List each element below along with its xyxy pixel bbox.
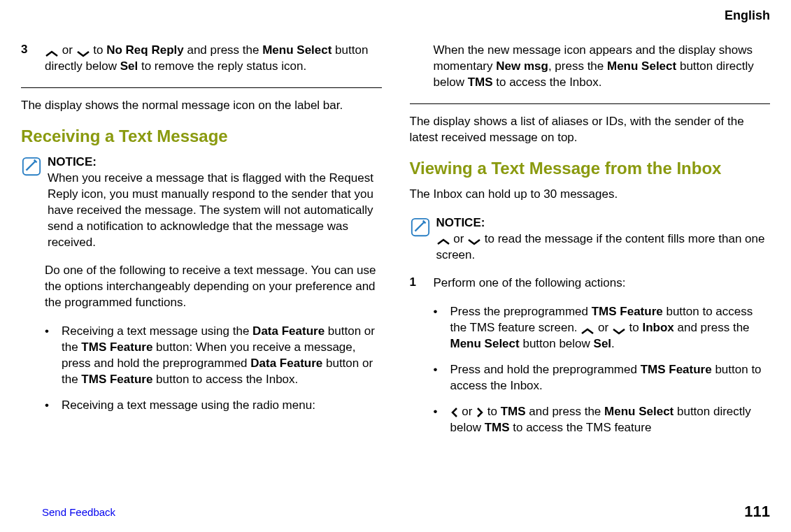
text: or — [594, 321, 612, 334]
text: to — [90, 43, 107, 57]
label-noreqreply: No Req Reply — [106, 43, 184, 57]
label-tms: TMS — [468, 76, 493, 89]
chevron-up-icon — [45, 47, 59, 55]
notice-block: NOTICE: or to read the message if the co… — [410, 215, 771, 264]
chevron-right-icon — [476, 407, 484, 418]
chevron-up-icon — [580, 324, 594, 333]
text: Press the preprogrammed — [450, 305, 592, 318]
label-menu-select: Menu Select — [604, 405, 674, 418]
text: to access the TMS feature — [510, 421, 652, 434]
divider — [21, 87, 382, 88]
text: to — [484, 405, 501, 418]
footer: Send Feedback 111 — [0, 503, 791, 521]
text: , press the — [548, 59, 607, 73]
divider — [410, 103, 771, 104]
notice-label: NOTICE: — [436, 216, 485, 229]
heading-receiving: Receiving a Text Message — [21, 127, 382, 146]
paragraph: The display shows a list of aliases or I… — [410, 114, 771, 146]
heading-viewing: Viewing a Text Message from the Inbox — [410, 159, 771, 178]
bullet-body: Receiving a text message using the radio… — [62, 398, 382, 414]
notice-icon — [410, 217, 431, 238]
text: or — [459, 405, 476, 418]
label-inbox: Inbox — [642, 321, 674, 334]
right-column: When the new message icon appears and th… — [410, 43, 771, 446]
list-item: • Receiving a text message using the Dat… — [45, 324, 382, 388]
text: and press the — [184, 43, 262, 57]
list-item: • Press the preprogrammed TMS Feature bu… — [434, 304, 771, 352]
bullet-marker: • — [45, 398, 62, 414]
label-tms: TMS — [485, 421, 510, 434]
chevron-up-icon — [436, 235, 450, 243]
text: . — [611, 337, 615, 350]
step-3: 3 or to No Req Reply and press the Menu … — [21, 43, 382, 75]
step-number: 3 — [21, 43, 45, 75]
chevron-down-icon — [76, 47, 90, 55]
paragraph: When the new message icon appears and th… — [434, 43, 771, 91]
chevron-down-icon — [467, 235, 481, 243]
label-data-feature: Data Feature — [250, 357, 322, 370]
label-menu-select: Menu Select — [607, 59, 676, 73]
text: and press the — [526, 405, 604, 418]
list-item: • or to TMS and press the Menu Select bu… — [434, 404, 771, 436]
text: or — [59, 43, 76, 57]
label-sel: Sel — [594, 337, 612, 350]
page-number: 111 — [744, 503, 770, 521]
bullet-marker: • — [434, 304, 450, 352]
notice-text: NOTICE: or to read the message if the co… — [436, 215, 771, 264]
label-tms-feature: TMS Feature — [641, 363, 712, 376]
bullet-body: or to TMS and press the Menu Select butt… — [450, 404, 771, 436]
notice-text: NOTICE: When you receive a message that … — [48, 154, 382, 251]
label-tms-feature: TMS Feature — [81, 340, 152, 354]
svg-rect-0 — [23, 158, 40, 175]
header-language: English — [21, 8, 770, 23]
bullet-marker: • — [434, 404, 450, 436]
bullet-marker: • — [434, 362, 450, 394]
notice-label: NOTICE: — [48, 155, 97, 168]
text: and press the — [674, 321, 750, 334]
bullet-body: Press the preprogrammed TMS Feature butt… — [450, 304, 771, 352]
text: button to access the Inbox. — [152, 373, 298, 386]
label-data-feature: Data Feature — [252, 324, 325, 338]
paragraph: The Inbox can hold up to 30 messages. — [410, 187, 771, 203]
text: Receiving a text message using the — [62, 324, 252, 338]
notice-block: NOTICE: When you receive a message that … — [21, 154, 382, 251]
text: Press and hold the preprogrammed — [450, 363, 641, 376]
text: to remove the reply status icon. — [138, 59, 306, 73]
bullet-marker: • — [45, 324, 62, 388]
paragraph: Do one of the following to receive a tex… — [45, 263, 382, 311]
bullet-list: • Receiving a text message using the Dat… — [45, 324, 382, 414]
two-column-layout: 3 or to No Req Reply and press the Menu … — [21, 43, 770, 446]
step-1: 1 Perform one of the following actions: — [410, 275, 771, 292]
label-menu-select: Menu Select — [262, 43, 332, 57]
text: or — [450, 232, 468, 245]
step-body: Perform one of the following actions: — [434, 275, 626, 292]
chevron-left-icon — [450, 407, 459, 418]
text: to read the message if the content fills… — [436, 232, 765, 261]
label-sel: Sel — [120, 59, 138, 73]
svg-rect-1 — [411, 218, 428, 235]
bullet-list: • Press the preprogrammed TMS Feature bu… — [434, 304, 771, 436]
step-body: or to No Req Reply and press the Menu Se… — [45, 43, 382, 75]
step-number: 1 — [410, 275, 434, 292]
list-item: • Receiving a text message using the rad… — [45, 398, 382, 414]
notice-body: When you receive a message that is flagg… — [48, 171, 373, 249]
bullet-body: Receiving a text message using the Data … — [62, 324, 382, 388]
label-tms-feature: TMS Feature — [81, 373, 152, 386]
label-menu-select: Menu Select — [450, 337, 520, 350]
document-page: English 3 or to No Req Reply and press t… — [0, 0, 791, 532]
text: button below — [520, 337, 594, 350]
notice-icon — [21, 156, 42, 177]
list-item: • Press and hold the preprogrammed TMS F… — [434, 362, 771, 394]
label-newmsg: New msg — [496, 59, 548, 73]
left-column: 3 or to No Req Reply and press the Menu … — [21, 43, 382, 446]
label-tms: TMS — [501, 405, 526, 418]
send-feedback-link[interactable]: Send Feedback — [42, 506, 115, 518]
text: to — [626, 321, 643, 334]
chevron-down-icon — [612, 324, 626, 333]
label-tms-feature: TMS Feature — [592, 305, 663, 318]
paragraph: The display shows the normal message ico… — [21, 98, 382, 114]
bullet-body: Press and hold the preprogrammed TMS Fea… — [450, 362, 771, 394]
text: to access the Inbox. — [493, 76, 602, 89]
